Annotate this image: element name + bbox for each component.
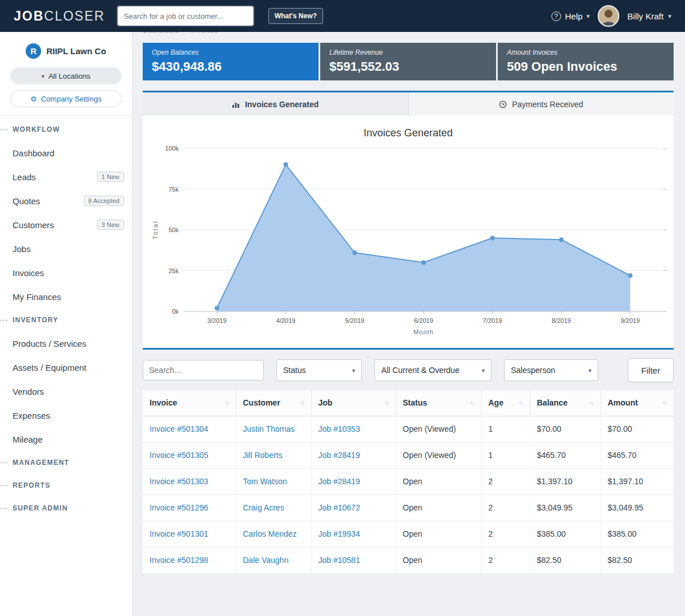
svg-text:75k: 75k: [168, 186, 179, 193]
sidebar-item-expenses[interactable]: Expenses: [0, 403, 132, 427]
cell-balance: $3,049.95: [530, 495, 601, 521]
cell-job[interactable]: Job #10672: [311, 495, 396, 521]
filter-select-salesperson[interactable]: Salesperson▾: [504, 359, 598, 381]
company-settings-button[interactable]: ⚙ Company Settings: [10, 90, 122, 107]
svg-text:0k: 0k: [172, 308, 179, 315]
sidebar-item-customers[interactable]: Customers3 New: [0, 213, 132, 237]
settings-label: Company Settings: [41, 95, 102, 103]
cell-invoice[interactable]: Invoice #501298: [143, 547, 236, 573]
cell-customer[interactable]: Carlos Mendez: [236, 521, 311, 547]
sidebar-item-my-finances[interactable]: My Finances: [0, 285, 132, 309]
table-search-input[interactable]: [143, 360, 264, 380]
filter-button[interactable]: Filter: [628, 358, 674, 382]
column-label: Age: [489, 398, 503, 407]
company-name: RIIPL Lawn Co: [46, 46, 106, 56]
cell-age: 1: [481, 416, 530, 442]
nav-section-reports: REPORTS: [0, 474, 132, 497]
sidebar-item-products-services[interactable]: Products / Services: [0, 331, 132, 355]
app-logo: JOBCLOSER: [14, 9, 105, 24]
cell-status: Open: [396, 495, 481, 521]
cell-invoice[interactable]: Invoice #501305: [143, 442, 236, 468]
cell-customer[interactable]: Tom Watson: [236, 468, 311, 495]
stat-cards: Open Balances$430,948.86Lifetime Revenue…: [143, 43, 674, 80]
sidebar-item-assets-equipment[interactable]: Assets / Equipment: [0, 355, 132, 379]
cell-invoice[interactable]: Invoice #501304: [143, 416, 236, 442]
cell-status: Open (Viewed): [396, 416, 481, 442]
column-header-invoice[interactable]: ↑↓Invoice: [143, 390, 236, 416]
tab-label: Payments Received: [512, 100, 583, 109]
column-header-amount[interactable]: ↑↓Amount: [601, 390, 674, 416]
nav-item-label: Assets / Equipment: [13, 363, 86, 372]
global-search-input[interactable]: [118, 6, 253, 26]
column-header-job[interactable]: ↑↓Job: [311, 390, 396, 416]
cell-status: Open: [396, 547, 481, 573]
tab-payments-received[interactable]: Payments Received: [408, 92, 674, 116]
cell-customer[interactable]: Dale Vaughn: [236, 547, 311, 573]
cell-amount: $385.00: [601, 521, 674, 547]
sort-icon: ↑↓: [225, 399, 229, 406]
svg-text:Month: Month: [413, 329, 434, 335]
cell-job[interactable]: Job #19934: [311, 521, 396, 547]
user-avatar[interactable]: [598, 5, 619, 27]
cell-age: 2: [481, 521, 530, 547]
filter-select-status[interactable]: Status▾: [276, 359, 362, 381]
cell-customer[interactable]: Jill Roberts: [236, 442, 311, 468]
svg-text:7/2019: 7/2019: [483, 317, 502, 324]
user-menu[interactable]: Billy Kraft ▾: [627, 11, 671, 21]
cell-job[interactable]: Job #10581: [311, 547, 396, 573]
select-value: All Current & Overdue: [381, 366, 460, 375]
stat-card-open-balances: Open Balances$430,948.86: [143, 43, 319, 80]
sidebar-item-leads[interactable]: Leads1 New: [0, 165, 132, 189]
sidebar-item-vendors[interactable]: Vendors: [0, 379, 132, 403]
sidebar-item-quotes[interactable]: Quotes8 Accepted: [0, 189, 132, 213]
nav-section-workflow: WORKFLOW: [0, 118, 132, 141]
sidebar-item-dashboard[interactable]: Dashboard: [0, 141, 132, 165]
stat-value: $591,552.03: [329, 59, 487, 74]
filter-bar: Status▾All Current & Overdue▾Salesperson…: [143, 350, 674, 390]
svg-text:4/2019: 4/2019: [276, 317, 296, 324]
cell-job[interactable]: Job #28419: [311, 468, 396, 495]
cell-customer[interactable]: Craig Acres: [236, 495, 311, 521]
cell-job[interactable]: Job #28419: [311, 442, 396, 468]
sort-icon: ↑↓: [663, 399, 667, 406]
cell-amount: $82.50: [601, 547, 674, 573]
svg-text:8/2019: 8/2019: [552, 317, 571, 324]
help-menu[interactable]: ? Help ▾: [551, 11, 590, 21]
sidebar-item-jobs[interactable]: Jobs: [0, 237, 132, 261]
clock-icon: [499, 100, 507, 108]
tab-label: Invoices Generated: [245, 100, 319, 109]
chart-card: Invoices Generated 0k25k50k75k100k3/2019…: [143, 116, 674, 348]
cell-invoice[interactable]: Invoice #501303: [143, 468, 236, 495]
user-name: Billy Kraft: [627, 11, 663, 21]
nav-section-inventory: INVENTORY: [0, 309, 132, 331]
whats-new-button[interactable]: What's New?: [268, 8, 323, 24]
filter-selects: Status▾All Current & Overdue▾Salesperson…: [276, 359, 598, 381]
sidebar: R RIIPL Lawn Co ▾ All Locations ⚙ Compan…: [0, 32, 132, 616]
bar-chart-icon: [232, 100, 240, 108]
column-header-customer[interactable]: ↑↓Customer: [236, 390, 311, 416]
stat-label: Open Balances: [152, 48, 309, 56]
filter-select-all-current-overdue[interactable]: All Current & Overdue▾: [374, 359, 491, 381]
cell-status: Open (Viewed): [396, 442, 481, 468]
tab-invoices-generated[interactable]: Invoices Generated: [143, 92, 408, 116]
sidebar-item-invoices[interactable]: Invoices: [0, 261, 132, 285]
nav-item-label: Vendors: [13, 387, 44, 396]
nav-item-label: Jobs: [13, 244, 31, 254]
cell-invoice[interactable]: Invoice #501301: [143, 521, 236, 547]
sort-icon: ↑↓: [470, 399, 474, 406]
cell-invoice[interactable]: Invoice #501296: [143, 495, 236, 521]
locations-dropdown[interactable]: ▾ All Locations: [10, 67, 122, 84]
cell-job[interactable]: Job #10353: [311, 416, 396, 442]
cell-customer[interactable]: Justin Thomas: [236, 416, 311, 442]
table-head: ↑↓Invoice↑↓Customer↑↓Job↑↓Status↑↓Age↑↓B…: [143, 390, 674, 416]
logo-bold: JOB: [14, 9, 44, 23]
stat-label: Lifetime Revenue: [329, 48, 487, 56]
cell-amount: $1,397.10: [601, 468, 674, 495]
column-header-status[interactable]: ↑↓Status: [396, 390, 481, 416]
table-row: Invoice #501305Jill RobertsJob #28419Ope…: [143, 442, 674, 468]
logo-light: CLOSER: [44, 9, 105, 23]
column-header-balance[interactable]: ↑↓Balance: [530, 390, 601, 416]
column-header-age[interactable]: ↑↓Age: [481, 390, 530, 416]
sidebar-item-mileage[interactable]: Mileage: [0, 427, 132, 451]
sort-icon: ↑↓: [385, 399, 389, 406]
